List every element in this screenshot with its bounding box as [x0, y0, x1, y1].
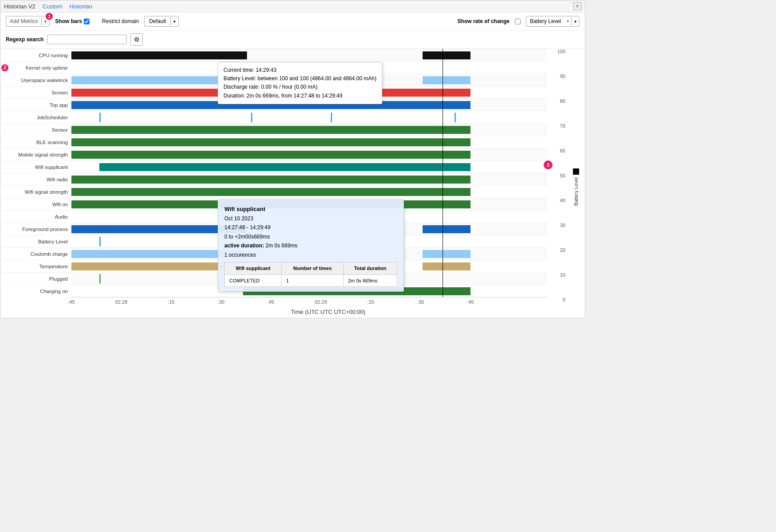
bar: [423, 250, 470, 258]
x-label-0: :45: [68, 299, 74, 305]
title-bar: Historian V2 Custom Historian ×: [0, 0, 585, 12]
y-right-axis: 1009080706050403020100: [547, 49, 567, 297]
tooltip-cell3: 2m 0s 669ms: [343, 274, 397, 287]
tooltip-line4: Duration: 2m 0s 669ms, from 14:27:48 to …: [223, 92, 376, 100]
tooltip-bottom: Wifi supplicant Oct 10 2023 14:27:48 - 1…: [218, 200, 404, 292]
y-label-18: Plugged: [0, 272, 71, 285]
y-right-label-3: 70: [560, 123, 565, 129]
domain-select[interactable]: Default ▾: [144, 16, 179, 27]
bar: [71, 188, 470, 196]
show-rate-label: Show rate of change: [458, 18, 509, 24]
add-metrics-label: Add Metrics: [6, 16, 41, 26]
y-label-16: Coulomb charge: [0, 247, 71, 260]
main-window: Historian V2 Custom Historian × Add Metr…: [0, 0, 585, 318]
tooltip-cell1: COMPLETED: [225, 274, 282, 287]
badge-3: 3: [544, 160, 553, 169]
y-label-0: CPU running: [0, 49, 71, 61]
y-label-4: Top app: [0, 98, 71, 111]
x-label-5: 02:29: [315, 299, 327, 305]
chart-row-11: [71, 185, 547, 198]
chart-area: CPU running2Kernel only uptimeUserspace …: [0, 49, 585, 308]
add-metrics-button[interactable]: Add Metrics ▾ 1: [6, 16, 50, 27]
search-input[interactable]: [47, 35, 127, 44]
chart-main: Current time: 14:29:43 Battery Level: be…: [71, 49, 547, 308]
search-label: Regexp search: [6, 36, 43, 43]
chart-row-8: [71, 148, 547, 160]
y-right-label-0: 100: [557, 49, 565, 54]
y-label-5: JobScheduler: [0, 111, 71, 123]
bar: [423, 76, 470, 84]
y-right-label-9: 10: [560, 272, 565, 278]
x-label-2: :15: [168, 299, 174, 305]
y-label-10: Wifi radio: [0, 173, 71, 185]
add-metrics-badge: 1: [46, 13, 53, 20]
y-label-14: Foreground process: [0, 223, 71, 235]
y-label-9: Wifi supplicant: [0, 160, 71, 173]
bar: [71, 151, 470, 159]
bar: [99, 274, 101, 284]
x-label-1: 02:28: [115, 299, 128, 305]
battery-level-dropdown-icon[interactable]: ▾: [571, 17, 579, 26]
x-label-6: :15: [367, 299, 374, 305]
tooltip-line1: Current time: 14:29:43: [223, 66, 376, 74]
bar: [71, 51, 247, 59]
chart-row-6: [71, 123, 547, 136]
tooltip-occurrences: 1 occurences: [224, 250, 397, 259]
chart-row-10: [71, 173, 547, 185]
tab-historian[interactable]: Historian: [70, 3, 92, 10]
domain-dropdown-icon[interactable]: ▾: [170, 17, 178, 26]
y-label-17: Temperature: [0, 260, 71, 272]
battery-legend-label: Battery Level: [573, 177, 579, 206]
show-bars-checkbox[interactable]: [84, 19, 90, 24]
y-label-12: Wifi on: [0, 198, 71, 210]
bar: [423, 51, 470, 59]
tooltip-active-label: active duration:: [224, 243, 264, 249]
show-rate-checkbox[interactable]: [515, 19, 521, 24]
bar: [455, 113, 456, 122]
bar: [251, 113, 252, 122]
close-button[interactable]: ×: [573, 2, 581, 10]
domain-select-value: Default: [145, 16, 170, 26]
tooltip-bottom-title: Wifi supplicant: [224, 204, 397, 214]
y-right-label-5: 50: [560, 173, 565, 178]
tooltip-col2: Number of times: [282, 262, 344, 275]
window-title: Historian V2: [4, 3, 35, 10]
y-right-label-7: 30: [560, 223, 565, 228]
x-label-3: :30: [218, 299, 224, 305]
tooltip-table: Wifi supplicant Number of times Total du…: [224, 262, 397, 287]
y-label-13: Audio: [0, 210, 71, 223]
y-labels: CPU running2Kernel only uptimeUserspace …: [0, 49, 71, 308]
gear-button[interactable]: ⚙: [130, 33, 143, 46]
y-label-6: Sensor: [0, 123, 71, 136]
battery-level-remove-icon[interactable]: ×: [564, 16, 571, 26]
chart-row-9: [71, 160, 547, 173]
bar: [423, 262, 470, 270]
tab-custom[interactable]: Custom: [43, 3, 63, 10]
y-right-label-10: 0: [563, 297, 565, 302]
restrict-domain-label: Restrict domain: [102, 18, 139, 24]
tooltip-top: Current time: 14:29:43 Battery Level: be…: [218, 62, 382, 104]
battery-legend-square: [573, 168, 579, 175]
y-label-2: Userspace wakelock: [0, 74, 71, 86]
x-label-4: :45: [267, 299, 274, 305]
tooltip-bottom-offset: 0 to +2m00s669ms: [224, 232, 397, 241]
bar: [99, 113, 101, 122]
y-label-8: Mobile signal strength: [0, 148, 71, 160]
x-label-7: :30: [417, 299, 424, 305]
battery-legend: Battery Level: [567, 49, 585, 308]
y-label-19: Charging on: [0, 285, 71, 297]
battery-level-text: Battery Level: [526, 16, 564, 26]
bar: [423, 225, 470, 233]
battery-level-pill: Battery Level × ▾: [526, 16, 580, 27]
tooltip-cell2: 1: [282, 274, 344, 287]
y-label-11: Wifi signal strength: [0, 185, 71, 198]
tooltip-active-value: 2m 0s 669ms: [266, 243, 298, 249]
y-right-label-1: 90: [560, 74, 565, 79]
chart-row-0: [71, 49, 547, 61]
tooltip-line2: Battery Level: between 100 and 100 (4864…: [223, 74, 376, 83]
bar: [71, 126, 470, 134]
toolbar: Add Metrics ▾ 1 Show bars Restrict domai…: [0, 12, 585, 31]
y-label-7: BLE scanning: [0, 136, 71, 148]
bar: [71, 176, 470, 184]
search-row: Regexp search ⚙: [0, 31, 585, 49]
